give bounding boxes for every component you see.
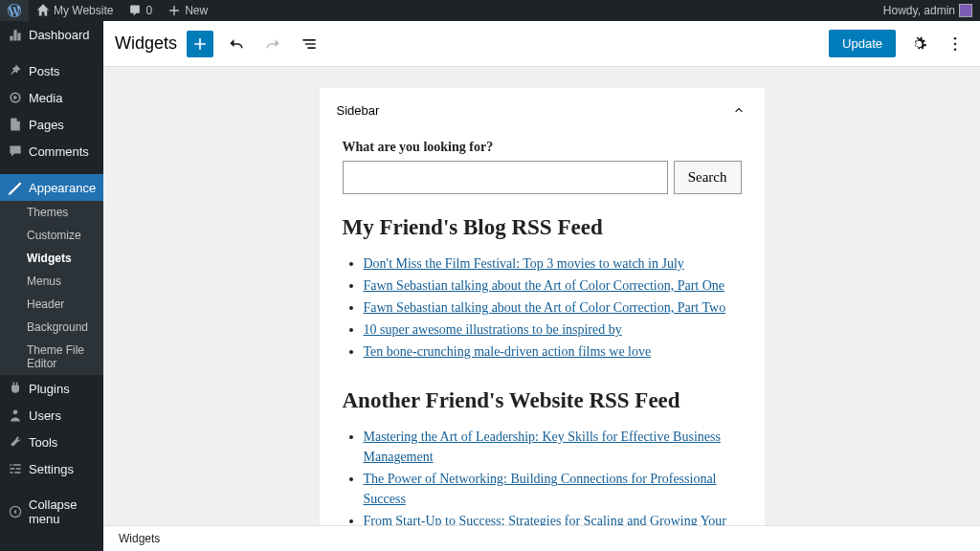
menu-dashboard[interactable]: Dashboard <box>0 21 103 48</box>
search-button[interactable]: Search <box>674 161 742 194</box>
admin-bar: My Website 0 New Howdy, admin <box>0 0 980 21</box>
list-item: Fawn Sebastian talking about the Art of … <box>364 276 742 296</box>
undo-icon <box>227 34 246 54</box>
menu-media[interactable]: Media <box>0 84 103 111</box>
rss-link[interactable]: 10 super awesome illustrations to be ins… <box>364 322 622 337</box>
dashboard-icon <box>8 27 23 42</box>
new-content-text: New <box>185 4 208 17</box>
search-widget-label: What are you looking for? <box>343 140 742 155</box>
submenu-customize[interactable]: Customize <box>0 224 103 247</box>
comment-icon <box>8 143 23 159</box>
content-area: Widgets Update <box>103 21 980 551</box>
list-item: Fawn Sebastian talking about the Art of … <box>364 298 742 318</box>
comments-count[interactable]: 0 <box>121 0 160 21</box>
menu-label: Appearance <box>29 181 96 195</box>
menu-label: Users <box>29 408 61 423</box>
rss-feed-1-list: Don't Miss the Film Festival: Top 3 movi… <box>343 253 742 362</box>
site-name-text: My Website <box>54 4 113 17</box>
list-item: Ten bone-crunching male-driven action fi… <box>364 342 742 362</box>
submenu-themes[interactable]: Themes <box>0 201 103 224</box>
rss-link[interactable]: Don't Miss the Film Festival: Top 3 movi… <box>364 256 684 271</box>
rss-feed-2-title: Another Friend's Website RSS Feed <box>343 388 742 413</box>
media-icon <box>8 90 23 105</box>
tool-icon <box>8 434 23 450</box>
menu-pages[interactable]: Pages <box>0 111 103 138</box>
list-item: Don't Miss the Film Festival: Top 3 movi… <box>364 253 742 274</box>
menu-label: Comments <box>29 144 89 159</box>
pin-icon <box>8 63 23 78</box>
redo-button[interactable] <box>259 31 286 57</box>
page-title: Widgets <box>115 33 177 54</box>
menu-posts[interactable]: Posts <box>0 57 103 84</box>
svg-point-3 <box>954 36 957 39</box>
gear-icon <box>909 34 928 54</box>
menu-label: Plugins <box>29 382 70 396</box>
wp-logo[interactable] <box>0 0 29 21</box>
appearance-submenu: Themes Customize Widgets Menus Header Ba… <box>0 201 103 375</box>
plus-icon <box>167 4 181 17</box>
menu-label: Settings <box>29 462 74 476</box>
widget-area-toggle[interactable]: Sidebar <box>320 88 765 132</box>
settings-button[interactable] <box>905 31 932 57</box>
undo-button[interactable] <box>223 31 250 57</box>
menu-label: Tools <box>29 435 57 450</box>
menu-label: Posts <box>29 64 60 78</box>
breadcrumb[interactable]: Widgets <box>103 525 980 551</box>
plus-icon <box>190 34 210 54</box>
menu-comments[interactable]: Comments <box>0 138 103 165</box>
submenu-background[interactable]: Background <box>0 316 103 339</box>
update-button[interactable]: Update <box>829 30 896 57</box>
settings-icon <box>8 461 23 476</box>
search-input[interactable] <box>343 161 668 194</box>
collapse-icon <box>8 504 23 519</box>
redo-icon <box>263 34 282 54</box>
avatar <box>959 4 972 17</box>
add-block-button[interactable] <box>187 31 213 57</box>
rss-link[interactable]: Mastering the Art of Leadership: Key Ski… <box>364 430 721 464</box>
more-options-button[interactable] <box>942 31 969 57</box>
list-view-button[interactable] <box>296 31 323 57</box>
sidebar-widget-area: Sidebar What are you looking for? Search… <box>320 88 765 551</box>
menu-settings[interactable]: Settings <box>0 455 103 482</box>
editor-topbar: Widgets Update <box>103 21 980 67</box>
howdy-text: Howdy, admin <box>883 4 955 17</box>
widget-area-title: Sidebar <box>337 103 380 118</box>
comment-icon <box>128 4 142 17</box>
admin-sidebar: Dashboard Posts Media Pages Comments <box>0 21 103 551</box>
submenu-widgets[interactable]: Widgets <box>0 247 103 270</box>
rss-link[interactable]: Ten bone-crunching male-driven action fi… <box>364 344 652 359</box>
menu-label: Pages <box>29 118 64 132</box>
appearance-icon <box>8 180 23 195</box>
svg-point-1 <box>13 409 18 414</box>
kebab-icon <box>946 34 965 54</box>
collapse-label: Collapse menu <box>29 497 96 526</box>
submenu-theme-file-editor[interactable]: Theme File Editor <box>0 339 103 375</box>
new-content[interactable]: New <box>160 0 215 21</box>
menu-label: Media <box>29 91 62 105</box>
rss-link[interactable]: Fawn Sebastian talking about the Art of … <box>364 300 726 315</box>
page-icon <box>8 117 23 132</box>
rss-link[interactable]: The Power of Networking: Building Connec… <box>364 472 717 506</box>
site-name-link[interactable]: My Website <box>29 0 121 21</box>
collapse-menu[interactable]: Collapse menu <box>0 492 103 532</box>
list-item: 10 super awesome illustrations to be ins… <box>364 320 742 340</box>
rss-link[interactable]: Fawn Sebastian talking about the Art of … <box>364 278 725 293</box>
wordpress-icon <box>8 4 21 17</box>
home-icon <box>36 4 50 17</box>
menu-appearance[interactable]: Appearance <box>0 174 103 201</box>
chevron-up-icon <box>730 101 747 119</box>
menu-tools[interactable]: Tools <box>0 429 103 455</box>
list-icon <box>300 34 319 54</box>
howdy-user[interactable]: Howdy, admin <box>876 0 980 21</box>
submenu-header[interactable]: Header <box>0 293 103 316</box>
menu-users[interactable]: Users <box>0 402 103 429</box>
plugin-icon <box>8 381 23 396</box>
user-icon <box>8 408 23 423</box>
menu-plugins[interactable]: Plugins <box>0 375 103 402</box>
rss-feed-1-title: My Friend's Blog RSS Feed <box>343 215 742 240</box>
list-item: Mastering the Art of Leadership: Key Ski… <box>364 427 742 467</box>
svg-point-4 <box>954 42 957 45</box>
editor-canvas[interactable]: Sidebar What are you looking for? Search… <box>103 67 980 551</box>
list-item: The Power of Networking: Building Connec… <box>364 469 742 509</box>
submenu-menus[interactable]: Menus <box>0 270 103 293</box>
